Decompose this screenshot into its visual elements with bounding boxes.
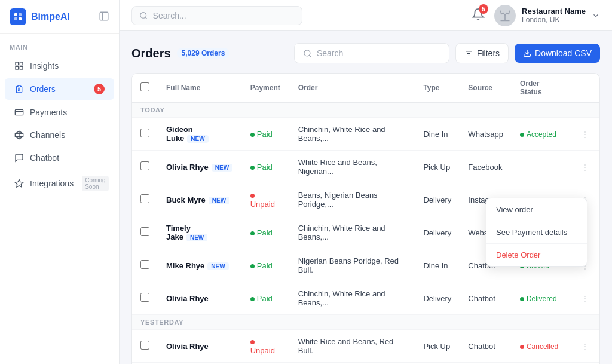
topbar: 5 Restaurant Name London, UK: [120, 0, 612, 31]
order-type: Delivery: [415, 216, 460, 249]
svg-line-20: [145, 17, 147, 19]
restaurant-avatar: [494, 5, 516, 26]
payment-status: Paid: [250, 228, 273, 237]
payment-status: Paid: [250, 163, 273, 172]
download-icon: [523, 49, 531, 57]
row-checkbox[interactable]: [140, 129, 149, 137]
svg-rect-13: [15, 109, 23, 115]
context-menu-see-payment[interactable]: See Payment details: [486, 221, 587, 243]
svg-point-19: [140, 12, 146, 18]
download-csv-button[interactable]: Download CSV: [515, 44, 600, 63]
order-source: Facebook: [460, 151, 512, 183]
main-area: 5 Restaurant Name London, UK Orders 5,02…: [120, 0, 612, 364]
row-checkbox[interactable]: [140, 161, 149, 170]
topbar-search-container[interactable]: [131, 6, 302, 25]
sidebar-item-label: Chatbot: [30, 153, 59, 163]
filters-label: Filters: [477, 48, 500, 58]
section-yesterday: YESTERDAY: [132, 315, 599, 330]
customer-name: Olivia Rhye: [166, 163, 209, 172]
context-menu-view-order[interactable]: View order: [486, 198, 587, 221]
more-options-button[interactable]: ⋮: [579, 293, 591, 304]
orders-search-container[interactable]: [294, 43, 449, 63]
select-all-checkbox[interactable]: [140, 82, 149, 91]
customer-name: Olivia Rhye: [166, 294, 209, 303]
col-payment: Payment: [242, 74, 290, 103]
order-items: Nigerian Beans Poridge, Red Bull.: [290, 249, 415, 282]
order-items: Chinchin, White Rice and Beans,...: [290, 216, 415, 249]
order-items: White Rice and Beans, Red Bull.: [290, 330, 415, 363]
new-badge: NEW: [186, 234, 207, 241]
sidebar-item-insights[interactable]: Insights: [5, 56, 114, 76]
col-status: Order Status: [512, 74, 570, 103]
order-type: Pick Up: [415, 151, 460, 183]
topbar-search-input[interactable]: [153, 11, 295, 20]
new-badge: NEW: [187, 135, 208, 143]
payment-status: Paid: [250, 130, 273, 139]
col-fullname: Full Name: [158, 74, 242, 103]
order-status: Delivered: [520, 295, 557, 303]
context-menu-delete-order[interactable]: Delete Order: [486, 244, 587, 266]
filter-icon: [464, 49, 473, 58]
svg-rect-9: [20, 66, 23, 69]
search-icon: [303, 49, 312, 58]
orders-count-badge: 5,029 Orders: [177, 48, 230, 59]
notification-badge: 5: [479, 4, 488, 14]
more-options-button[interactable]: ⋮: [579, 129, 591, 140]
payment-status: Unpaid: [250, 191, 275, 209]
logo-area: BimpeAI: [0, 0, 119, 34]
sidebar-item-channels[interactable]: Channels: [5, 125, 114, 145]
more-options-button[interactable]: ⋮: [579, 161, 591, 173]
sidebar-item-label: Integrations: [30, 179, 74, 188]
orders-search-input[interactable]: [317, 48, 436, 58]
download-csv-label: Download CSV: [535, 48, 592, 58]
table-row: Olivia Rhye Paid Chinchin, White Rice an…: [132, 282, 599, 315]
payment-status: Paid: [250, 294, 273, 303]
order-items: Chinchin, White Rice and Beans,...: [290, 118, 415, 151]
order-source: Chatbot: [460, 330, 512, 363]
new-badge: NEW: [209, 197, 230, 204]
col-type: Type: [415, 74, 460, 103]
restaurant-text: Restaurant Name London, UK: [522, 7, 586, 24]
page-title-area: Orders 5,029 Orders: [131, 47, 230, 60]
order-items: Beans, Nigerian Beans Poridge,...: [290, 183, 415, 216]
sidebar-item-label: Payments: [30, 108, 67, 117]
sidebar-item-payments[interactable]: Payments: [5, 102, 114, 123]
orders-badge: 5: [94, 84, 105, 94]
insights-icon: [14, 61, 24, 71]
payments-icon: [14, 108, 24, 117]
order-items: White Rice and Beans, Nigerian...: [290, 151, 415, 183]
filters-button[interactable]: Filters: [455, 43, 509, 63]
customer-name: Mike Rhye: [166, 261, 204, 270]
order-source: Whatsapp: [460, 118, 512, 151]
row-checkbox[interactable]: [140, 260, 149, 269]
svg-rect-10: [18, 85, 20, 87]
restaurant-selector[interactable]: Restaurant Name London, UK: [494, 5, 600, 26]
sidebar-item-integrations[interactable]: Integrations Coming Soon: [5, 170, 114, 197]
svg-rect-6: [16, 62, 19, 65]
order-source: Chatbot: [460, 282, 512, 315]
restaurant-location: London, UK: [522, 16, 586, 24]
svg-rect-4: [100, 12, 108, 20]
svg-rect-2: [14, 17, 17, 20]
chatbot-icon: [14, 153, 24, 163]
order-type: Delivery: [415, 183, 460, 216]
notification-button[interactable]: 5: [472, 8, 485, 23]
row-checkbox[interactable]: [140, 227, 149, 236]
integrations-icon: [14, 179, 24, 188]
more-options-button[interactable]: ⋮: [579, 341, 591, 352]
row-checkbox[interactable]: [140, 341, 149, 350]
svg-rect-1: [19, 13, 22, 16]
customer-name: Buck Myre: [166, 195, 206, 204]
orders-table-container: Full Name Payment Order Type Source Orde…: [131, 73, 600, 364]
col-source: Source: [460, 74, 512, 103]
sidebar-toggle[interactable]: [99, 11, 109, 23]
row-checkbox[interactable]: [140, 293, 149, 302]
customer-name: Olivia Rhye: [166, 342, 209, 351]
sidebar-item-chatbot[interactable]: Chatbot: [5, 148, 114, 168]
new-badge: NEW: [212, 164, 232, 172]
logo-icon: [10, 8, 26, 25]
row-checkbox[interactable]: [140, 194, 149, 203]
sidebar-item-orders[interactable]: Orders 5: [5, 78, 114, 100]
table-row: Olivia Rhye Unpaid White Rice and Beans,…: [132, 330, 599, 363]
section-today: TODAY: [132, 103, 599, 118]
